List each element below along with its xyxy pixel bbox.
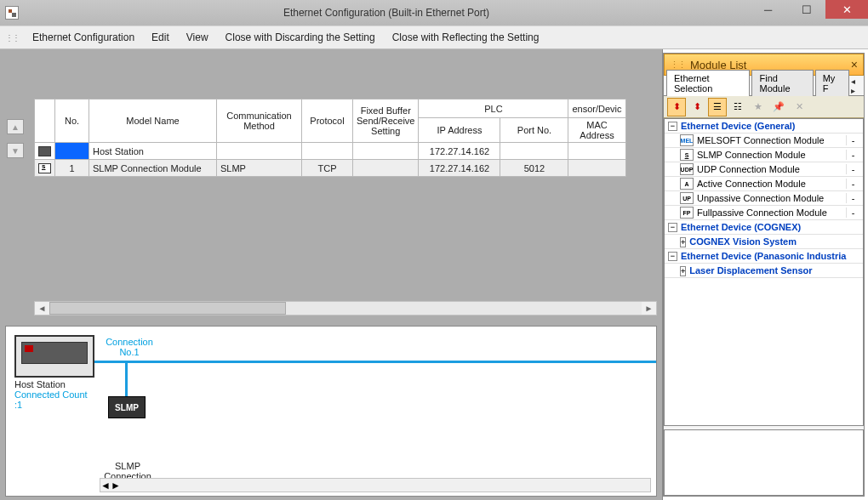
pin-button[interactable]: 📌 [769, 98, 788, 116]
sort2-button[interactable]: ⬍ [688, 98, 706, 116]
collapse-icon[interactable]: − [668, 223, 677, 232]
col-comm[interactable]: Communication Method [217, 99, 302, 143]
minimize-button[interactable]: ─ [749, 0, 787, 19]
list-view-button[interactable]: ☷ [728, 98, 747, 116]
conn-line-v [125, 361, 128, 400]
config-table: No. Model Name Communication Method Prot… [34, 99, 626, 177]
table-row[interactable]: Host Station 172.27.14.162 [35, 143, 626, 160]
sort-button[interactable]: ⬍ [667, 98, 686, 116]
module-icon: UDP [680, 163, 694, 175]
delete-button[interactable]: ✕ [790, 98, 808, 116]
tree-item-melsoft[interactable]: MELMELSOFT Connection Module- [665, 134, 863, 148]
col-mac[interactable]: MAC Address [568, 118, 625, 143]
cell-model[interactable]: SLMP Connection Module [89, 160, 217, 177]
module-list-pane: ⋮⋮ Module List × Ethernet Selection Find… [663, 53, 865, 497]
col-model[interactable]: Model Name [89, 99, 217, 143]
diagram-hscroll[interactable]: ◄ ► [100, 478, 651, 492]
cell-comm[interactable]: SLMP [217, 160, 302, 177]
cell-fixed[interactable] [353, 143, 419, 160]
tree-item-fullpassive[interactable]: FPFullpassive Connection Module- [665, 206, 863, 220]
col-plc[interactable]: PLC [419, 99, 568, 118]
scroll-left-icon[interactable]: ◄ [35, 302, 49, 315]
cell-model[interactable]: Host Station [89, 143, 217, 160]
host-icon [38, 146, 51, 156]
module-detail-pane [664, 429, 864, 496]
cell-mac[interactable] [568, 143, 625, 160]
grip-icon: ⋮⋮ [670, 60, 685, 71]
nav-down-button[interactable]: ▼ [7, 143, 24, 158]
menu-close-reflect[interactable]: Close with Reflecting the Setting [384, 29, 548, 46]
collapse-icon[interactable]: − [668, 122, 677, 131]
module-icon: UP [680, 192, 694, 204]
slmp-icon [38, 163, 51, 173]
app-icon [5, 6, 19, 20]
maximize-button[interactable]: ☐ [787, 0, 825, 19]
scroll-right-icon[interactable]: ► [111, 480, 121, 491]
cell-fixed[interactable] [353, 160, 419, 177]
module-icon: MEL [680, 134, 694, 146]
cell-ip[interactable]: 172.27.14.162 [419, 143, 500, 160]
tree-group-panasonic[interactable]: −Ethernet Device (Panasonic Industria [665, 249, 863, 264]
menu-close-discard[interactable]: Close with Discarding the Setting [217, 29, 384, 46]
cell-comm[interactable] [217, 143, 302, 160]
tab-scroll-arrows[interactable]: ◂ ▸ [851, 77, 860, 95]
cell-mac[interactable] [568, 160, 625, 177]
cell-ip[interactable]: 172.27.14.162 [419, 160, 500, 177]
slmp-node[interactable]: SLMP [108, 396, 146, 418]
tree-item-active[interactable]: AActive Connection Module- [665, 177, 863, 191]
cell-no[interactable] [55, 143, 89, 160]
left-pane: ▲ ▼ No. Model Name Communication Method … [0, 49, 663, 500]
col-icon [35, 99, 55, 143]
host-station-box[interactable] [14, 335, 94, 378]
tree-group-cognex[interactable]: −Ethernet Device (COGNEX) [665, 220, 863, 235]
tab-ethernet-selection[interactable]: Ethernet Selection [666, 70, 750, 96]
cell-port[interactable]: 5012 [500, 160, 568, 177]
col-port[interactable]: Port No. [500, 118, 568, 143]
collapse-icon[interactable]: − [668, 252, 677, 261]
close-panel-button[interactable]: × [851, 58, 858, 71]
conn-line-h [94, 361, 656, 363]
module-toolbar: ⬍ ⬍ ☰ ☷ ★ 📌 ✕ [664, 96, 864, 118]
menu-view[interactable]: View [178, 29, 217, 46]
tree-sub-cognex-vision[interactable]: +COGNEX Vision System [665, 235, 863, 249]
window-title: Ethernet Configuration (Built-in Etherne… [24, 7, 749, 19]
expand-icon[interactable]: + [680, 237, 686, 247]
module-icon: FP [680, 207, 694, 219]
fav-button[interactable]: ★ [749, 98, 768, 116]
cell-no[interactable]: 1 [55, 160, 89, 177]
cell-port[interactable] [500, 143, 568, 160]
cell-protocol[interactable] [302, 143, 353, 160]
tab-find-module[interactable]: Find Module [751, 70, 813, 96]
table-hscroll[interactable]: ◄ ► [34, 301, 657, 315]
nav-up-button[interactable]: ▲ [7, 119, 24, 134]
module-tabs: Ethernet Selection Find Module My F ◂ ▸ [664, 76, 864, 96]
tree-item-unpassive[interactable]: UPUnpassive Connection Module- [665, 191, 863, 206]
module-icon: S [680, 149, 694, 161]
col-sensor[interactable]: ensor/Devic [568, 99, 625, 118]
tree-view-button[interactable]: ☰ [708, 98, 727, 116]
menu-ethernet-config[interactable]: Ethernet Configuration [24, 29, 143, 46]
table-row[interactable]: 1 SLMP Connection Module SLMP TCP 172.27… [35, 160, 626, 177]
menu-edit[interactable]: Edit [143, 29, 178, 46]
expand-icon[interactable]: + [680, 266, 686, 276]
topology-diagram: Host Station Connected Count :1 Connecti… [5, 326, 657, 497]
menubar: ⋮⋮ Ethernet Configuration Edit View Clos… [0, 26, 868, 49]
scroll-right-icon[interactable]: ► [642, 302, 656, 315]
col-no[interactable]: No. [55, 99, 89, 143]
scroll-left-icon[interactable]: ◄ [100, 480, 111, 491]
module-icon: A [680, 178, 694, 190]
connected-count: Connected Count :1 [14, 389, 88, 410]
col-fixedbuf[interactable]: Fixed Buffer Send/Receive Setting [353, 99, 419, 143]
cell-protocol[interactable]: TCP [302, 160, 353, 177]
col-ip[interactable]: IP Address [419, 118, 500, 143]
module-tree[interactable]: −Ethernet Device (General) MELMELSOFT Co… [664, 118, 864, 426]
tab-my-favorites[interactable]: My F [815, 70, 849, 96]
close-button[interactable]: ✕ [825, 0, 868, 19]
tree-group-general[interactable]: −Ethernet Device (General) [665, 119, 863, 134]
tree-item-udp[interactable]: UDPUDP Connection Module- [665, 162, 863, 177]
col-protocol[interactable]: Protocol [302, 99, 353, 143]
tree-item-slmp[interactable]: SSLMP Connection Module- [665, 148, 863, 162]
tree-sub-panasonic-laser[interactable]: +Laser Displacement Sensor [665, 264, 863, 278]
connection-label: Connection No.1 [100, 337, 159, 357]
host-station-label: Host Station [14, 379, 66, 389]
